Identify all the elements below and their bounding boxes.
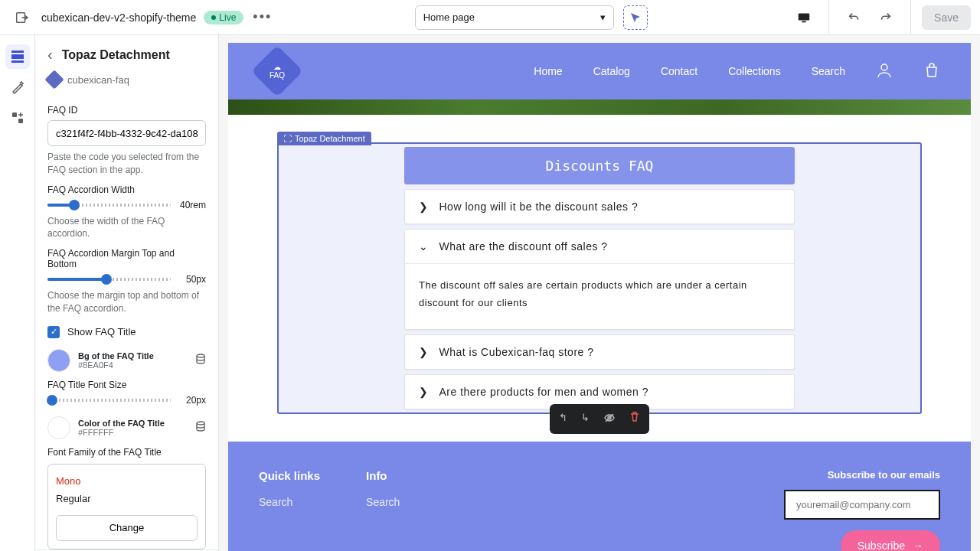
live-badge: Live: [204, 11, 243, 24]
chevron-right-icon: ❯: [419, 386, 429, 398]
font-option-regular[interactable]: Regular: [56, 490, 198, 507]
move-down-button[interactable]: ↳: [578, 409, 593, 429]
title-color-swatch[interactable]: [47, 416, 70, 439]
nav-home[interactable]: Home: [534, 65, 562, 77]
font-option-mono[interactable]: Mono: [56, 472, 198, 490]
bg-color-swatch[interactable]: [47, 349, 70, 372]
faq-title: Discounts FAQ: [404, 147, 795, 184]
chevron-right-icon: ❯: [419, 346, 429, 358]
faq-id-label: FAQ ID: [47, 105, 206, 116]
inspector-toggle[interactable]: [623, 5, 648, 30]
width-slider[interactable]: [47, 204, 171, 207]
svg-rect-1: [799, 13, 809, 20]
svg-rect-3: [11, 51, 24, 53]
undo-button[interactable]: [840, 4, 867, 31]
theme-name: cubexican-dev-v2-shopify-theme: [41, 11, 196, 24]
storefront-nav: ☁FAQ Home Catalog Contact Collections Se…: [228, 43, 971, 99]
footer-link-search[interactable]: Search: [259, 496, 320, 508]
nav-catalog[interactable]: Catalog: [593, 65, 630, 77]
margin-slider[interactable]: [47, 278, 171, 281]
svg-rect-5: [11, 60, 24, 63]
font-family-picker: Mono Regular Change: [47, 464, 206, 549]
width-label: FAQ Accordion Width: [47, 184, 206, 195]
svg-point-9: [197, 422, 204, 425]
show-title-checkbox[interactable]: ✓: [47, 326, 60, 338]
account-icon[interactable]: [876, 62, 893, 81]
arrow-right-icon: →: [913, 540, 923, 551]
rail-theme-settings[interactable]: [5, 75, 30, 99]
faq-id-input[interactable]: [47, 120, 206, 146]
section-title: Topaz Detachment: [62, 48, 170, 62]
footer-link-search[interactable]: Search: [366, 496, 400, 508]
nav-search[interactable]: Search: [812, 65, 845, 77]
faq-id-help: Paste the code you selected from the FAQ…: [47, 151, 206, 177]
chevron-down-icon: ▾: [600, 11, 606, 23]
faq-block-selected[interactable]: Discounts FAQ ❯How long will it be the d…: [277, 142, 922, 414]
move-up-button[interactable]: ↰: [556, 409, 570, 429]
back-button[interactable]: ‹: [47, 46, 53, 64]
font-size-slider[interactable]: [47, 399, 171, 402]
email-input[interactable]: [784, 490, 940, 520]
subscribe-button[interactable]: Subscribe →: [841, 530, 940, 551]
svg-point-10: [881, 64, 887, 70]
block-selection-label: ⛶Topaz Detachment: [277, 132, 371, 145]
store-logo[interactable]: ☁FAQ: [251, 45, 303, 97]
hero-image: [228, 99, 971, 115]
nav-contact[interactable]: Contact: [661, 65, 697, 77]
storefront-footer: Quick links Search Info Search Subscribe…: [228, 442, 971, 551]
svg-rect-4: [11, 54, 24, 59]
dynamic-source-icon[interactable]: [195, 354, 206, 367]
faq-item-open[interactable]: ⌄What are the discount off sales ? The d…: [404, 229, 795, 330]
cart-icon[interactable]: [923, 62, 940, 81]
context-toolbar: ↰ ↳: [550, 404, 649, 434]
faq-item[interactable]: ❯What is Cubexican-faq store ?: [404, 334, 795, 370]
chevron-right-icon: ❯: [419, 201, 429, 213]
chevron-down-icon: ⌄: [419, 240, 429, 253]
svg-rect-7: [18, 119, 23, 123]
svg-rect-2: [802, 21, 805, 22]
faq-answer: The discount off sales are certain produ…: [405, 263, 794, 329]
save-button[interactable]: Save: [922, 5, 971, 30]
svg-rect-6: [12, 112, 17, 117]
hide-button[interactable]: [600, 409, 619, 429]
margin-label: FAQ Accordion Margin Top and Bottom: [47, 248, 206, 269]
redo-button[interactable]: [872, 4, 900, 31]
svg-point-8: [197, 354, 204, 357]
faq-item[interactable]: ❯How long will it be the discount sales …: [404, 189, 795, 224]
app-block-tag: cubexican-faq: [35, 70, 218, 97]
diamond-icon: [44, 70, 64, 89]
exit-button[interactable]: [9, 5, 34, 30]
change-font-button[interactable]: Change: [56, 515, 198, 541]
viewport-desktop-button[interactable]: [790, 4, 818, 31]
page-selector[interactable]: Home page ▾: [415, 5, 614, 30]
delete-button[interactable]: [626, 409, 643, 429]
rail-apps[interactable]: [5, 106, 30, 130]
nav-collections[interactable]: Collections: [728, 65, 780, 77]
more-button[interactable]: •••: [253, 9, 272, 25]
dynamic-source-icon[interactable]: [195, 421, 206, 434]
rail-sections[interactable]: [5, 44, 30, 69]
